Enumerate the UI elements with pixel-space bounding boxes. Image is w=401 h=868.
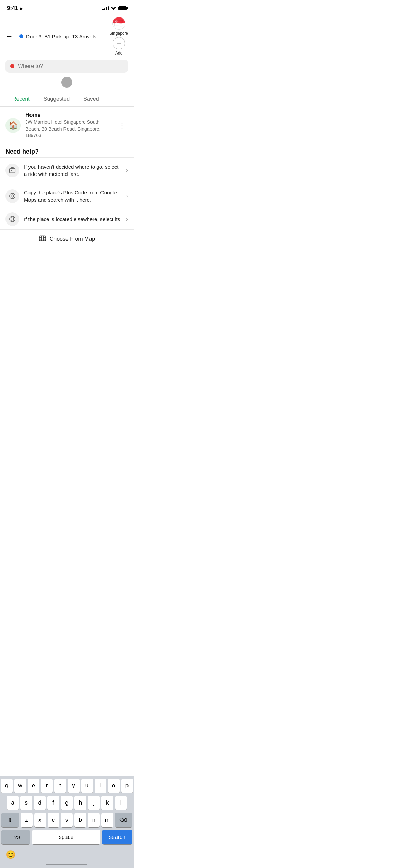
tab-recent[interactable]: Recent bbox=[5, 93, 37, 106]
help-text-2: Copy the place's Plus Code from Google M… bbox=[24, 189, 121, 203]
origin-text: Door 3, B1 Pick-up, T3 Arrivals,... bbox=[26, 34, 106, 39]
map-icon bbox=[39, 234, 46, 244]
tabs: Recent Suggested Saved bbox=[0, 91, 134, 106]
svg-rect-1 bbox=[11, 170, 12, 171]
add-button[interactable]: ＋ bbox=[113, 37, 125, 49]
location-name: Home bbox=[25, 112, 111, 118]
add-label: Add bbox=[115, 51, 122, 56]
country-label: Singapore bbox=[109, 31, 128, 36]
svg-point-3 bbox=[11, 195, 13, 197]
home-location-item[interactable]: 🏠 Home JW Marriott Hotel Singapore South… bbox=[0, 107, 134, 145]
help-text-3: If the place is located elsewhere, selec… bbox=[24, 216, 121, 223]
help-item-2[interactable]: Copy the place's Plus Code from Google M… bbox=[0, 183, 134, 209]
back-button[interactable]: ← bbox=[5, 31, 16, 42]
chevron-right-icon-1: › bbox=[126, 167, 128, 174]
help-item-1[interactable]: If you haven't decided where to go, sele… bbox=[0, 157, 134, 183]
destination-input-wrap[interactable] bbox=[5, 60, 128, 73]
destination-row bbox=[0, 58, 134, 75]
choose-from-map-label: Choose From Map bbox=[50, 236, 95, 242]
choose-from-map[interactable]: Choose From Map bbox=[0, 229, 134, 249]
singapore-flag[interactable]: 🇸🇬 bbox=[113, 17, 125, 29]
drag-handle bbox=[0, 75, 134, 91]
chevron-right-icon-3: › bbox=[126, 216, 128, 223]
origin-dot bbox=[19, 34, 23, 38]
tab-saved[interactable]: Saved bbox=[76, 93, 106, 106]
status-icons bbox=[102, 6, 127, 11]
status-bar: 9:41 ▶ bbox=[0, 0, 134, 14]
location-info: Home JW Marriott Hotel Singapore South B… bbox=[25, 112, 111, 139]
help-item-3[interactable]: If the place is located elsewhere, selec… bbox=[0, 209, 134, 229]
battery-icon bbox=[118, 6, 127, 10]
wifi-icon bbox=[111, 6, 116, 11]
location-address: JW Marriott Hotel Singapore South Beach,… bbox=[25, 119, 111, 139]
status-time: 9:41 bbox=[7, 5, 18, 12]
svg-rect-11 bbox=[39, 236, 46, 241]
help-text-1: If you haven't decided where to go, sele… bbox=[24, 163, 121, 178]
metered-fare-icon bbox=[5, 164, 19, 177]
chevron-right-icon-2: › bbox=[126, 192, 128, 200]
svg-rect-0 bbox=[10, 168, 15, 173]
need-help-title: Need help? bbox=[0, 145, 134, 157]
right-actions: 🇸🇬 Singapore ＋ Add bbox=[109, 17, 128, 56]
destination-dot bbox=[10, 64, 14, 68]
location-arrow-icon: ▶ bbox=[20, 6, 23, 11]
destination-input[interactable] bbox=[18, 63, 123, 69]
home-icon: 🏠 bbox=[5, 118, 21, 133]
tab-suggested[interactable]: Suggested bbox=[37, 93, 77, 106]
origin-row: Door 3, B1 Pick-up, T3 Arrivals,... bbox=[19, 34, 106, 39]
plus-code-icon bbox=[5, 189, 19, 203]
signal-icon bbox=[102, 6, 109, 10]
header: ← Door 3, B1 Pick-up, T3 Arrivals,... 🇸🇬… bbox=[0, 14, 134, 58]
globe-icon bbox=[5, 212, 19, 226]
drag-handle-dot bbox=[61, 77, 72, 88]
more-button[interactable]: ⋮ bbox=[116, 120, 128, 131]
